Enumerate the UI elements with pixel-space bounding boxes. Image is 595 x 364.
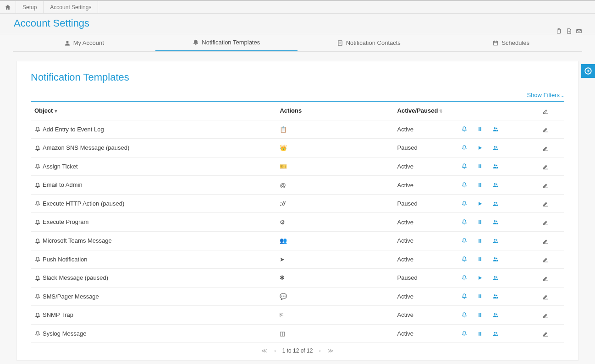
svg-rect-31 [480, 183, 481, 187]
template-name: Microsoft Teams Message [43, 237, 112, 244]
pause-button[interactable] [477, 256, 483, 262]
pause-button[interactable] [477, 331, 483, 337]
page-prev[interactable]: ‹ [274, 348, 276, 354]
cell-row-actions [457, 231, 527, 250]
page-last[interactable]: ≫ [328, 348, 334, 354]
cell-object[interactable]: Execute Program [31, 213, 276, 232]
show-filters-link[interactable]: Show Filters⌄ [527, 92, 564, 98]
clipboard-icon[interactable] [556, 27, 562, 34]
edit-button[interactable] [542, 181, 549, 188]
notify-button[interactable] [461, 238, 468, 244]
notify-button[interactable] [461, 201, 468, 207]
notify-button[interactable] [461, 293, 468, 299]
notify-button[interactable] [461, 163, 468, 169]
tab-my-account[interactable]: My Account [13, 34, 155, 51]
pause-button[interactable] [477, 126, 483, 132]
cell-action-type: 🎫 [276, 157, 393, 176]
cell-object[interactable]: Email to Admin [31, 176, 276, 195]
users-button[interactable] [492, 145, 499, 151]
svg-point-41 [496, 221, 497, 222]
cell-object[interactable]: Microsoft Teams Message [31, 231, 276, 250]
notify-button[interactable] [461, 219, 468, 225]
svg-rect-61 [479, 313, 479, 317]
edit-button[interactable] [542, 163, 549, 170]
users-button[interactable] [492, 126, 499, 132]
users-button[interactable] [492, 312, 499, 318]
users-button[interactable] [492, 238, 499, 244]
add-button[interactable] [581, 64, 595, 78]
pause-button[interactable] [477, 293, 483, 299]
tab-schedules[interactable]: Schedules [440, 34, 583, 51]
tab-notification-templates[interactable]: Notification Templates [155, 34, 298, 51]
column-edit[interactable] [527, 102, 565, 120]
cell-status: Paused [394, 139, 458, 158]
notify-button[interactable] [461, 182, 468, 188]
pause-button[interactable] [477, 163, 483, 169]
cell-object[interactable]: Syslog Message [31, 324, 276, 343]
notify-button[interactable] [461, 126, 468, 132]
page-next[interactable]: › [319, 348, 321, 354]
cell-object[interactable]: Amazon SNS Message (paused) [31, 139, 276, 158]
mail-icon[interactable] [576, 27, 582, 34]
edit-button[interactable] [542, 144, 549, 151]
home-icon[interactable] [0, 1, 16, 13]
users-button[interactable] [492, 331, 499, 337]
cell-edit [527, 213, 565, 232]
breadcrumb-setup[interactable]: Setup [16, 1, 44, 13]
notify-button[interactable] [461, 275, 468, 281]
cell-object[interactable]: Add Entry to Event Log [31, 120, 276, 139]
table-row: Amazon SNS Message (paused)👑Paused [31, 139, 564, 158]
cell-object[interactable]: SMS/Pager Message [31, 287, 276, 306]
notify-button[interactable] [461, 145, 468, 151]
edit-button[interactable] [542, 237, 549, 244]
svg-rect-48 [479, 257, 479, 261]
notify-button[interactable] [461, 331, 468, 337]
bell-icon [34, 181, 41, 189]
users-button[interactable] [492, 219, 499, 225]
users-button[interactable] [492, 201, 499, 207]
pause-button[interactable] [477, 182, 483, 188]
svg-point-50 [494, 257, 496, 259]
notify-button[interactable] [461, 312, 468, 318]
breadcrumb-account-settings[interactable]: Account Settings [44, 1, 98, 13]
template-name: SNMP Trap [43, 311, 73, 318]
users-button[interactable] [492, 293, 499, 299]
new-file-icon[interactable] [566, 27, 572, 34]
edit-button[interactable] [542, 274, 549, 281]
cell-edit [527, 269, 565, 288]
edit-button[interactable] [542, 218, 549, 225]
pause-button[interactable] [477, 312, 483, 318]
pause-button[interactable] [477, 219, 483, 225]
column-status[interactable]: Active/Paused⇅ [394, 102, 458, 120]
cell-row-actions [457, 213, 527, 232]
page-first[interactable]: ≪ [261, 348, 267, 354]
templates-table: Object▼ Actions Active/Paused⇅ Add Entry… [31, 102, 564, 343]
column-object[interactable]: Object▼ [31, 102, 276, 120]
cell-object[interactable]: Push Notification [31, 250, 276, 269]
edit-button[interactable] [542, 126, 549, 133]
notify-button[interactable] [461, 256, 468, 262]
cell-edit [527, 287, 565, 306]
cell-action-type: 👥 [276, 231, 393, 250]
users-button[interactable] [492, 256, 499, 262]
pause-button[interactable] [477, 238, 483, 244]
play-button[interactable] [477, 201, 483, 207]
play-button[interactable] [477, 145, 483, 151]
edit-button[interactable] [542, 311, 549, 318]
cell-status: Paused [394, 194, 458, 213]
cell-object[interactable]: Slack Message (paused) [31, 269, 276, 288]
contacts-icon [337, 39, 343, 46]
tab-notification-contacts[interactable]: Notification Contacts [298, 34, 440, 51]
edit-button[interactable] [542, 256, 549, 263]
cell-object[interactable]: Assign Ticket [31, 157, 276, 176]
edit-button[interactable] [542, 200, 549, 207]
edit-button[interactable] [542, 293, 549, 300]
cell-action-type: 📋 [276, 120, 393, 139]
play-button[interactable] [477, 275, 483, 281]
cell-object[interactable]: Execute HTTP Action (paused) [31, 194, 276, 213]
users-button[interactable] [492, 182, 499, 188]
users-button[interactable] [492, 275, 499, 281]
edit-button[interactable] [542, 330, 549, 337]
users-button[interactable] [492, 163, 499, 169]
cell-object[interactable]: SNMP Trap [31, 306, 276, 325]
